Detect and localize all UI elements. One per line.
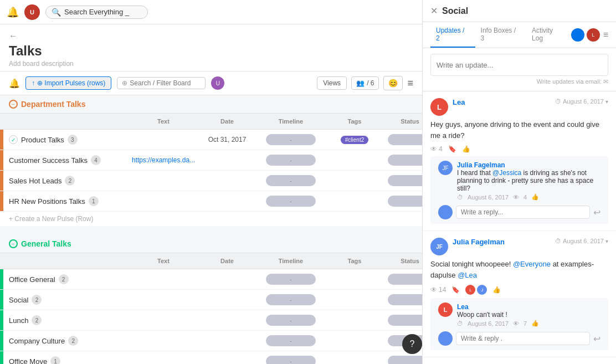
reply-send-button[interactable]: ↩ — [593, 207, 600, 218]
board-description[interactable]: Add board description — [9, 60, 413, 68]
feed-item-lea: L Lea ⏱ August 6, 2017 ▾ Hey guys, anyon… — [423, 91, 616, 231]
row-name-text[interactable]: Customer Success Talks — [9, 156, 88, 165]
close-panel-button[interactable]: ✕ — [430, 6, 438, 16]
tab-updates[interactable]: Updates / 2 — [430, 22, 475, 48]
panel-menu-button[interactable]: ≡ — [603, 30, 608, 40]
row-timeline-cell[interactable]: - — [255, 131, 327, 148]
row-timeline-cell[interactable]: - — [255, 270, 327, 288]
row-status-cell[interactable] — [382, 192, 422, 210]
row-date-cell[interactable] — [199, 358, 255, 364]
filter-box: ⊕ — [117, 77, 206, 89]
group-collapse-general[interactable]: − — [9, 239, 18, 248]
row-timeline-cell[interactable]: - — [255, 151, 327, 169]
reply-author[interactable]: Julia Fagelman — [457, 161, 505, 169]
write-reply-input[interactable] — [456, 332, 590, 345]
views-button[interactable]: Views — [317, 76, 347, 90]
thumbsup-action[interactable]: 👍 — [462, 145, 470, 153]
table-row: Office General2- — [0, 269, 422, 290]
feed-author-lea[interactable]: Lea — [453, 98, 465, 106]
lea-avatar: L — [430, 98, 448, 116]
row-date-cell[interactable] — [199, 177, 255, 184]
row-tags-cell[interactable] — [327, 198, 382, 204]
row-date-cell[interactable] — [199, 337, 255, 344]
row-name-text[interactable]: Product Talks — [21, 136, 64, 144]
row-timeline-cell[interactable]: - — [255, 352, 327, 364]
row-date-cell[interactable]: Oct 31, 2017 — [199, 132, 255, 147]
update-input[interactable] — [430, 54, 608, 76]
row-tags-cell[interactable] — [327, 317, 382, 324]
row-date-cell[interactable] — [199, 276, 255, 283]
emoji-button[interactable]: 😊 — [383, 76, 403, 90]
row-tags-cell[interactable] — [327, 337, 382, 344]
row-status-cell[interactable] — [382, 291, 422, 309]
chevron-down-icon-julia[interactable]: ▾ — [605, 238, 608, 244]
row-name-text[interactable]: Sales Hot Leads — [9, 177, 61, 185]
table-header-dept: TextDateTimelineTagsStatus+ — [0, 113, 422, 130]
group-title-dept[interactable]: Department Talks — [21, 100, 85, 109]
timeline-pill: - — [266, 356, 316, 364]
row-check-icon[interactable]: ✓ — [9, 135, 18, 144]
row-status-cell[interactable] — [382, 311, 422, 329]
clock-icon: ⏱ — [555, 98, 561, 105]
row-text-cell — [127, 358, 199, 364]
row-timeline-cell[interactable]: - — [255, 332, 327, 350]
row-status-cell[interactable] — [382, 270, 422, 288]
tag-badge: #client2 — [341, 136, 368, 144]
tab-infoboxes[interactable]: Info Boxes / 3 — [475, 22, 526, 48]
row-tags-cell[interactable]: #client2 — [327, 132, 382, 147]
row-status-cell[interactable] — [382, 352, 422, 364]
row-status-cell[interactable] — [382, 172, 422, 189]
import-button[interactable]: ↑ ⊕ Import Pulses (rows) — [25, 76, 111, 90]
create-row-dept[interactable]: + Create a New Pulse (Row) — [0, 212, 422, 226]
notification-bell-icon[interactable]: 🔔 — [7, 6, 19, 18]
group-title-general[interactable]: General Talks — [21, 239, 71, 248]
member-count[interactable]: 👥 / 6 — [351, 76, 379, 90]
lea-reply-author[interactable]: Lea — [457, 303, 469, 311]
row-date-cell[interactable] — [199, 198, 255, 204]
row-timeline-cell[interactable]: - — [255, 192, 327, 210]
row-name-text[interactable]: Office General — [9, 275, 55, 284]
row-date-cell[interactable] — [199, 296, 255, 303]
left-panel: 🔔 U 🔍 ← Talks Add board description 🔔 ↑ … — [0, 0, 422, 364]
tab-activitylog[interactable]: Activity Log — [526, 22, 571, 48]
feed-author-julia[interactable]: Julia Fagelman — [453, 238, 505, 246]
row-timeline-cell[interactable]: - — [255, 311, 327, 329]
search-input[interactable] — [64, 8, 142, 16]
row-name-text[interactable]: Company Culture — [9, 337, 65, 345]
row-name-text[interactable]: Lunch — [9, 316, 28, 325]
row-tags-cell[interactable] — [327, 177, 382, 184]
row-status-cell[interactable] — [382, 131, 422, 148]
row-date-cell[interactable] — [199, 317, 255, 324]
board-menu-button[interactable]: ≡ — [407, 78, 413, 89]
write-reply-send-button[interactable]: ↩ — [593, 334, 600, 344]
group-collapse-dept[interactable]: − — [9, 100, 18, 109]
panel-title: Social — [442, 6, 608, 16]
row-text-cell[interactable]: https://examples.da... — [127, 153, 199, 167]
row-timeline-cell[interactable]: - — [255, 172, 327, 189]
row-date-cell[interactable] — [199, 157, 255, 163]
row-status-cell[interactable] — [382, 151, 422, 169]
filter-input[interactable] — [130, 79, 196, 87]
row-name-text[interactable]: HR New Positions Talks — [9, 197, 85, 206]
row-name-text[interactable]: Office Move — [9, 357, 47, 365]
row-tags-cell[interactable] — [327, 276, 382, 283]
filter-avatar[interactable]: U — [211, 76, 224, 90]
bookmark-action[interactable]: 🔖 — [448, 145, 456, 153]
thumbsup-action-julia[interactable]: 👍 — [492, 286, 501, 294]
user-avatar[interactable]: U — [24, 4, 40, 20]
chevron-down-icon[interactable]: ▾ — [605, 99, 608, 105]
views-action[interactable]: 👁 4 — [430, 145, 443, 153]
row-timeline-cell[interactable]: - — [255, 291, 327, 309]
table-header-general: TextDateTimelineTagsStatus+ — [0, 253, 422, 269]
board-notification-icon[interactable]: 🔔 — [9, 78, 20, 89]
back-arrow-icon[interactable]: ← — [9, 31, 18, 41]
row-tags-cell[interactable] — [327, 157, 382, 163]
help-fab-button[interactable]: ? — [402, 334, 422, 354]
eye-icon-reply: 👁 — [513, 194, 519, 201]
row-name-text[interactable]: Social — [9, 296, 28, 304]
views-action-julia[interactable]: 👁 14 — [430, 286, 446, 294]
row-tags-cell[interactable] — [327, 296, 382, 303]
bookmark-action-julia[interactable]: 🔖 — [451, 286, 460, 294]
reply-input[interactable] — [456, 206, 590, 219]
row-tags-cell[interactable] — [327, 358, 382, 364]
